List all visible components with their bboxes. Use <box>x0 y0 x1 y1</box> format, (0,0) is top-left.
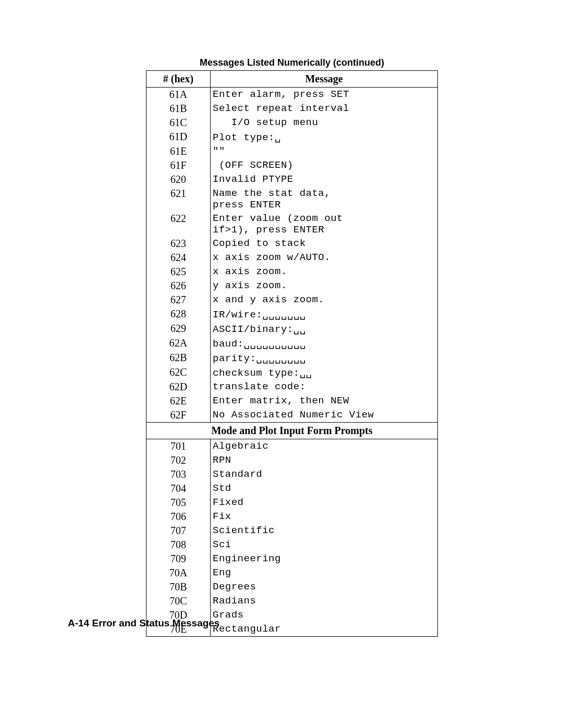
message-text: I/O setup menu <box>211 116 438 130</box>
table-row: 707Scientific <box>146 524 438 538</box>
table-row: 628IR/wire:␣␣␣␣␣␣␣ <box>146 307 438 322</box>
table-row: 62Cchecksum type:␣␣ <box>146 365 438 380</box>
hex-code: 627 <box>146 293 211 307</box>
table-row: 62FNo Associated Numeric View <box>146 408 438 423</box>
hex-code: 62F <box>146 408 211 423</box>
hex-code: 707 <box>146 524 211 538</box>
message-text: Eng <box>211 566 438 580</box>
hex-code: 705 <box>146 496 211 510</box>
page-footer: A-14 Error and Status Messages <box>68 618 219 629</box>
table-row: 61BSelect repeat interval <box>146 102 438 116</box>
table-row: 622Enter value (zoom out if>1), press EN… <box>146 212 438 237</box>
table-row: 62Dtranslate code: <box>146 380 438 394</box>
message-text: translate code: <box>211 380 438 394</box>
hex-code: 62A <box>146 336 211 351</box>
message-text: Fix <box>211 510 438 524</box>
message-text: Fixed <box>211 496 438 510</box>
table-row: 62Bparity:␣␣␣␣␣␣␣␣ <box>146 351 438 365</box>
hex-code: 709 <box>146 552 211 566</box>
message-text: Grads <box>211 608 438 622</box>
message-text: Enter matrix, then NEW <box>211 394 438 408</box>
message-text: y axis zoom. <box>211 279 438 293</box>
table-row: 61AEnter alarm, press SET <box>146 88 438 102</box>
message-text: Select repeat interval <box>211 102 438 116</box>
hex-code: 706 <box>146 510 211 524</box>
hex-code: 70B <box>146 580 211 594</box>
table-row: 701Algebraic <box>146 439 438 454</box>
table-row: 626y axis zoom. <box>146 279 438 293</box>
table-row: 704Std <box>146 482 438 496</box>
hex-code: 61A <box>146 88 211 102</box>
message-text: x axis zoom w/AUTO. <box>211 251 438 265</box>
table-row: 70AEng <box>146 566 438 580</box>
table-row: 705Fixed <box>146 496 438 510</box>
message-text: Algebraic <box>211 439 438 454</box>
hex-code: 622 <box>146 212 211 237</box>
hex-code: 624 <box>146 251 211 265</box>
message-text: Scientific <box>211 524 438 538</box>
message-text: Rectangular <box>211 622 438 637</box>
message-text: Copied to stack <box>211 237 438 251</box>
hex-code: 70C <box>146 594 211 608</box>
table-row: 61C I/O setup menu <box>146 116 438 130</box>
message-text: ASCII/binary:␣␣ <box>211 322 438 336</box>
hex-code: 701 <box>146 439 211 454</box>
message-text: baud:␣␣␣␣␣␣␣␣␣␣ <box>211 336 438 351</box>
hex-code: 708 <box>146 538 211 552</box>
message-text: x axis zoom. <box>211 265 438 279</box>
table-row: 70BDegrees <box>146 580 438 594</box>
hex-code: 629 <box>146 322 211 336</box>
hex-code: 62D <box>146 380 211 394</box>
message-text: Sci <box>211 538 438 552</box>
hex-code: 703 <box>146 467 211 482</box>
message-text: IR/wire:␣␣␣␣␣␣␣ <box>211 307 438 322</box>
hex-code: 61C <box>146 116 211 130</box>
message-text: Degrees <box>211 580 438 594</box>
table-caption: Messages Listed Numerically (continued) <box>89 57 495 68</box>
table-row: 625x axis zoom. <box>146 265 438 279</box>
table-header-row: # (hex) Message <box>146 71 438 88</box>
hex-code: 62E <box>146 394 211 408</box>
table-row: 627x and y axis zoom. <box>146 293 438 307</box>
message-text: checksum type:␣␣ <box>211 365 438 380</box>
hex-code: 62B <box>146 351 211 365</box>
message-text: Invalid PTYPE <box>211 172 438 187</box>
message-text: "" <box>211 144 438 158</box>
message-text: Standard <box>211 467 438 482</box>
table-row: 70CRadians <box>146 594 438 608</box>
table-row: 706Fix <box>146 510 438 524</box>
message-text: Enter value (zoom out if>1), press ENTER <box>211 212 438 237</box>
page-content: Messages Listed Numerically (continued) … <box>0 0 563 637</box>
message-text: Enter alarm, press SET <box>211 88 438 102</box>
table-row: 61DPlot type:␣ <box>146 130 438 144</box>
table-row: 61F (OFF SCREEN) <box>146 158 438 172</box>
table-row: 702RPN <box>146 453 438 467</box>
message-text: (OFF SCREEN) <box>211 158 438 172</box>
table-row: 623Copied to stack <box>146 237 438 251</box>
table-row: 629ASCII/binary:␣␣ <box>146 322 438 336</box>
hex-code: 61E <box>146 144 211 158</box>
table-row: 61E"" <box>146 144 438 158</box>
table-row: 621Name the stat data, press ENTER <box>146 187 438 212</box>
message-text: Name the stat data, press ENTER <box>211 187 438 212</box>
table-row: 708Sci <box>146 538 438 552</box>
header-hex: # (hex) <box>146 71 211 88</box>
hex-code: 623 <box>146 237 211 251</box>
hex-code: 620 <box>146 172 211 187</box>
message-text: RPN <box>211 453 438 467</box>
message-text: Plot type:␣ <box>211 130 438 144</box>
table-row: 62EEnter matrix, then NEW <box>146 394 438 408</box>
table-row: 709Engineering <box>146 552 438 566</box>
message-text: Engineering <box>211 552 438 566</box>
hex-code: 704 <box>146 482 211 496</box>
header-message: Message <box>211 71 438 88</box>
hex-code: 61D <box>146 130 211 144</box>
hex-code: 625 <box>146 265 211 279</box>
hex-code: 621 <box>146 187 211 212</box>
table-row: 703Standard <box>146 467 438 482</box>
message-text: Std <box>211 482 438 496</box>
hex-code: 61B <box>146 102 211 116</box>
message-text: No Associated Numeric View <box>211 408 438 423</box>
hex-code: 70A <box>146 566 211 580</box>
table-row: 620Invalid PTYPE <box>146 172 438 187</box>
